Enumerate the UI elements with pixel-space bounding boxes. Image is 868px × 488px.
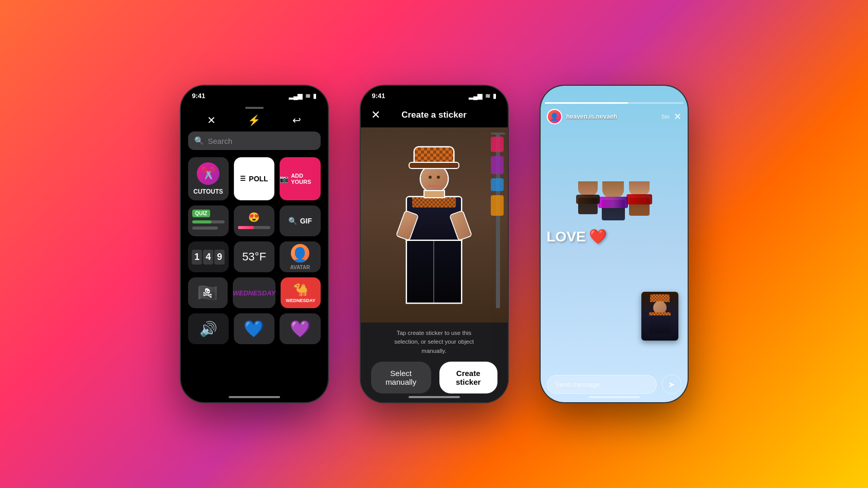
story-close-button[interactable]: ✕ xyxy=(674,111,681,122)
bolt-icon[interactable]: ⚡ xyxy=(248,114,261,126)
head xyxy=(421,165,448,192)
quiz-label: QUIZ xyxy=(192,210,211,217)
wednesday-sticker[interactable]: WEDNESDAY xyxy=(233,277,276,308)
poll-icon: ☰ xyxy=(240,175,246,182)
toolbar: ✕ ⚡ ↩ xyxy=(181,114,328,132)
drag-handle xyxy=(245,107,264,109)
temp-sticker[interactable]: 53°F xyxy=(234,241,274,272)
blueheart-sticker[interactable]: 💙 xyxy=(234,313,274,344)
battery-icon: ▮ xyxy=(313,92,317,100)
camel-icon: 🐪 xyxy=(293,283,308,297)
search-icon: 🔍 xyxy=(194,136,204,145)
soundon-icon: 🔊 xyxy=(199,321,217,337)
count-box-1: 1 xyxy=(192,250,202,265)
story-username: heaven.is.nevaeh xyxy=(566,113,658,120)
wifi-icon: ≋ xyxy=(305,92,310,100)
camel-sticker[interactable]: 🐪 WEDNESDAY xyxy=(281,277,320,308)
send-message-input[interactable]: Send message xyxy=(547,375,657,394)
status-bar-1: 9:41 ▂▄▆ ≋ ▮ xyxy=(181,86,328,103)
purpleheart-icon: 💜 xyxy=(290,319,310,339)
avatar-sticker[interactable]: 👤 AVATAR xyxy=(280,241,320,272)
clothes-rack-bar xyxy=(491,133,505,135)
wifi-icon-2: ≋ xyxy=(485,92,490,100)
heart-emoji: ❤️ xyxy=(589,228,607,245)
pirate-sticker[interactable]: 🏴‍☠️ xyxy=(188,277,228,308)
slider-fill xyxy=(238,226,254,229)
select-manually-button[interactable]: Select manually xyxy=(371,362,431,393)
phone-1: 9:41 ▂▄▆ ≋ ▮ ✕ ⚡ ↩ 🔍 Search ✂️ CUTOUTS xyxy=(180,85,329,403)
hint-text: Tap create sticker to use this selection… xyxy=(371,329,497,355)
home-indicator-1 xyxy=(229,396,280,398)
hint-area: Tap create sticker to use this selection… xyxy=(361,323,508,355)
blueheart-icon: 💙 xyxy=(244,319,264,339)
battery-icon-2: ▮ xyxy=(493,92,496,100)
slider-emoji: 😍 xyxy=(248,212,260,223)
phone-1-screen: 9:41 ▂▄▆ ≋ ▮ ✕ ⚡ ↩ 🔍 Search ✂️ CUTOUTS xyxy=(181,86,328,344)
close-icon[interactable]: ✕ xyxy=(207,114,216,126)
love-text: LOVE xyxy=(547,229,586,245)
time-1: 9:41 xyxy=(192,92,206,100)
soundon-sticker[interactable]: 🔊 xyxy=(188,313,229,344)
avatar-label: AVATAR xyxy=(290,265,310,270)
gif-search-icon: 🔍 xyxy=(288,217,297,225)
search-placeholder: Search xyxy=(208,137,233,145)
placed-sticker xyxy=(641,292,678,341)
quiz-bar xyxy=(192,220,225,223)
love-sticker: LOVE ❤️ xyxy=(547,228,607,245)
countdown-sticker[interactable]: 1 4 9 xyxy=(188,241,229,272)
purpleheart-sticker[interactable]: 💜 xyxy=(280,313,320,344)
add-yours-sticker[interactable]: 📷 ADD YOURS xyxy=(280,157,320,200)
story-avatar: 👤 xyxy=(547,109,562,124)
status-icons-2: ▂▄▆ ≋ ▮ xyxy=(469,92,496,100)
time-2: 9:41 xyxy=(372,92,385,100)
girl-1 xyxy=(629,181,650,216)
add-yours-label: ADD YOURS xyxy=(291,173,320,185)
sticker-row-5: 🔊 💙 💜 xyxy=(181,313,328,344)
count-box-3: 9 xyxy=(214,250,225,265)
send-button[interactable]: ➤ xyxy=(662,374,681,394)
story-input-bar: Send message ➤ xyxy=(547,374,681,394)
girl-2 xyxy=(602,181,625,220)
add-yours-icon: 📷 xyxy=(280,175,288,183)
count-box-2: 4 xyxy=(203,250,213,265)
create-header: ✕ Create a sticker xyxy=(361,103,508,127)
girl-3 xyxy=(578,181,598,214)
status-icons-1: ▂▄▆ ≋ ▮ xyxy=(289,92,317,100)
create-title: Create a sticker xyxy=(401,110,467,120)
gif-sticker[interactable]: 🔍 GIF xyxy=(280,205,320,236)
create-close-button[interactable]: ✕ xyxy=(371,108,380,122)
home-indicator-2 xyxy=(409,396,460,398)
send-icon: ➤ xyxy=(668,380,675,389)
slider-sticker[interactable]: 😍 xyxy=(234,205,274,236)
poll-sticker[interactable]: ☰ POLL xyxy=(234,157,274,200)
gif-label: GIF xyxy=(300,217,312,225)
sticker-preview-area xyxy=(361,127,508,323)
sticker-row-3: 1 4 9 53°F 👤 AVATAR xyxy=(181,241,328,272)
story-user-bar: 👤 heaven.is.nevaeh 5m ✕ xyxy=(547,109,681,124)
camel-label: WEDNESDAY xyxy=(286,298,316,303)
cutouts-icon: ✂️ xyxy=(197,162,219,185)
girls-figures xyxy=(578,181,650,220)
hanging-clothes xyxy=(491,137,504,216)
cutouts-sticker[interactable]: ✂️ CUTOUTS xyxy=(188,157,229,200)
story-time: 5m xyxy=(661,114,669,120)
phone-3: LOVE ❤️ 👤 heaven.is.nevaeh 5m ✕ xyxy=(540,85,689,403)
signal-icon: ▂▄▆ xyxy=(289,92,303,100)
signal-icon-2: ▂▄▆ xyxy=(469,92,483,100)
status-bar-2: 9:41 ▂▄▆ ≋ ▮ xyxy=(361,86,508,103)
hat xyxy=(415,147,453,165)
undo-icon[interactable]: ↩ xyxy=(292,114,301,126)
girls-area xyxy=(541,114,688,288)
create-sticker-button[interactable]: Create sticker xyxy=(439,362,497,393)
avatar-face: 👤 xyxy=(291,244,309,262)
phone-2: 9:41 ▂▄▆ ≋ ▮ ✕ Create a sticker xyxy=(360,85,509,403)
search-bar[interactable]: 🔍 Search xyxy=(188,132,321,150)
story-progress-fill xyxy=(545,102,628,104)
body xyxy=(407,197,461,241)
phone-2-screen: 9:41 ▂▄▆ ≋ ▮ ✕ Create a sticker xyxy=(361,86,508,403)
quiz-bar-2 xyxy=(192,227,218,230)
story-progress xyxy=(545,102,684,104)
quiz-sticker[interactable]: QUIZ xyxy=(188,205,229,236)
sticker-row-2: QUIZ 😍 🔍 GIF xyxy=(181,205,328,236)
cutouts-label: CUTOUTS xyxy=(193,188,223,195)
